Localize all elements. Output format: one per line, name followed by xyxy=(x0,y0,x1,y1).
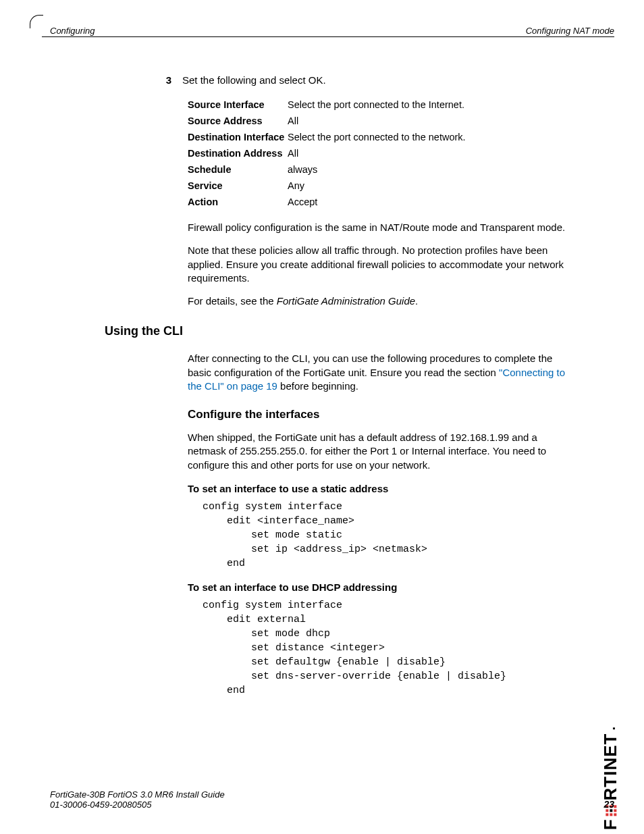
page-footer: FortiGate-30B FortiOS 3.0 MR6 Install Gu… xyxy=(50,789,614,810)
paragraph-cli: After connecting to the CLI, you can use… xyxy=(188,352,576,393)
heading-dhcp-address: To set an interface to use DHCP addressi… xyxy=(188,581,644,593)
page-number: 23 xyxy=(603,799,614,810)
paragraph-note: Note that these policies allow all traff… xyxy=(188,244,576,285)
text: before beginning. xyxy=(277,380,358,392)
text: . xyxy=(415,295,418,307)
heading-using-cli: Using the CLI xyxy=(105,324,644,338)
page-content: 3 Set the following and select OK. Sourc… xyxy=(0,74,644,703)
paragraph-details: For details, see the FortiGate Administr… xyxy=(188,294,576,308)
table-row: Source Interface Select the port connect… xyxy=(188,97,576,113)
param-val: Select the port connected to the Interne… xyxy=(288,99,464,110)
code-block-dhcp: config system interface edit external se… xyxy=(203,598,576,698)
fortinet-logo: F RTINET. xyxy=(600,726,621,830)
param-key: Action xyxy=(188,197,288,207)
param-val: Accept xyxy=(288,197,317,207)
param-key: Source Interface xyxy=(188,99,288,110)
doc-title-italic: FortiGate Administration Guide xyxy=(277,295,415,307)
step-text: Set the following and select OK. xyxy=(182,74,576,86)
running-head-right: Configuring NAT mode xyxy=(526,26,614,36)
text: After connecting to the CLI, you can use… xyxy=(188,353,552,377)
header-rule xyxy=(42,36,614,37)
heading-configure-interfaces: Configure the interfaces xyxy=(188,408,644,421)
running-head-left: Configuring xyxy=(50,26,95,36)
footer-doc-title: FortiGate-30B FortiOS 3.0 MR6 Install Gu… xyxy=(50,789,614,800)
heading-static-address: To set an interface to use a static addr… xyxy=(188,483,644,494)
code-block-static: config system interface edit <interface_… xyxy=(203,500,576,571)
param-key: Destination Interface xyxy=(188,132,288,142)
step-row: 3 Set the following and select OK. xyxy=(155,74,576,86)
table-row: Service Any xyxy=(188,178,576,194)
table-row: Action Accept xyxy=(188,194,576,210)
param-val: always xyxy=(288,164,317,175)
table-row: Destination Address All xyxy=(188,145,576,161)
param-key: Service xyxy=(188,180,288,191)
param-key: Schedule xyxy=(188,164,288,175)
footer-doc-id: 01-30006-0459-20080505 xyxy=(50,800,614,810)
param-val: All xyxy=(288,115,298,126)
text: For details, see the xyxy=(188,295,277,307)
param-val: All xyxy=(288,148,298,159)
param-val: Select the port connected to the network… xyxy=(288,132,466,142)
paragraph-conf: When shipped, the FortiGate unit has a d… xyxy=(188,431,576,472)
table-row: Schedule always xyxy=(188,161,576,178)
logo-dot: . xyxy=(603,726,618,731)
logo-letter-f: F xyxy=(600,818,621,830)
param-key: Source Address xyxy=(188,115,288,126)
table-row: Source Address All xyxy=(188,113,576,129)
paragraph-firewall: Firewall policy configuration is the sam… xyxy=(188,221,576,234)
page-corner-decor xyxy=(30,15,43,28)
param-val: Any xyxy=(288,180,304,191)
step-number: 3 xyxy=(155,74,182,86)
param-key: Destination Address xyxy=(188,148,288,159)
parameter-table: Source Interface Select the port connect… xyxy=(188,97,576,210)
table-row: Destination Interface Select the port co… xyxy=(188,129,576,145)
